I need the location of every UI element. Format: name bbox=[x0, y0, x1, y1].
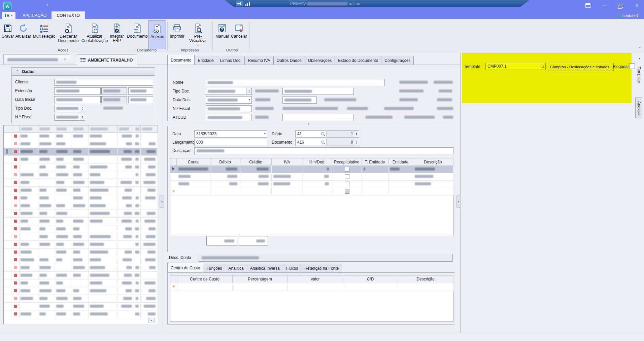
table-row[interactable] bbox=[170, 180, 453, 188]
tab-linhas-doc-[interactable]: Linhas Doc. bbox=[217, 56, 245, 65]
dropdown-caret-icon[interactable]: ⌄ bbox=[185, 43, 210, 46]
close-button[interactable]: ✕ bbox=[634, 3, 640, 8]
side-tab-anexos[interactable]: Anexos bbox=[635, 98, 642, 118]
spinner-icon[interactable]: ▲▼ bbox=[354, 139, 359, 146]
tab-fluxos[interactable]: Fluxos bbox=[283, 264, 301, 273]
collapse-arrow-icon[interactable]: ▴ bbox=[308, 122, 310, 125]
dropdown-caret-icon[interactable]: ▾ bbox=[248, 98, 250, 101]
tab-analitica[interactable]: Analitica bbox=[225, 264, 247, 273]
dados-field[interactable] bbox=[54, 87, 101, 94]
doc-header-field[interactable] bbox=[206, 79, 385, 86]
dropdown-caret-icon[interactable]: ⌄ bbox=[169, 39, 185, 42]
ribbon-button-refresh[interactable]: Atualizar bbox=[15, 20, 31, 48]
list-item[interactable] bbox=[4, 202, 157, 210]
dados-header[interactable]: ⌃ Dados bbox=[12, 68, 155, 76]
tab-resumo-iva[interactable]: Resumo IVA bbox=[245, 56, 273, 65]
doc-header-field[interactable] bbox=[206, 114, 252, 121]
dropdown-caret-icon[interactable]: ▾ bbox=[264, 132, 266, 135]
ribbon-button-update-accounting[interactable]: Atualizar Contabilização bbox=[81, 20, 108, 48]
ribbon-tab-contexto[interactable]: CONTEXTO bbox=[52, 11, 85, 19]
restore-button[interactable] bbox=[617, 3, 624, 8]
list-item[interactable] bbox=[4, 171, 157, 179]
list-item[interactable] bbox=[4, 248, 157, 256]
recapitulativo-checkbox[interactable] bbox=[345, 167, 349, 172]
recapitulativo-checkbox[interactable] bbox=[345, 174, 349, 179]
spinner-icon[interactable]: ▲▼ bbox=[80, 105, 85, 112]
data-date-input[interactable]: 31/05/2023▾ bbox=[194, 130, 267, 138]
tab-entidade[interactable]: Entidade bbox=[195, 56, 217, 65]
doc-header-field[interactable] bbox=[206, 105, 252, 112]
diario-aux-spinner[interactable]: -1▲▼ bbox=[327, 130, 359, 138]
ribbon-button-integrate-erp[interactable]: PIntegrar ERP bbox=[108, 20, 125, 48]
search-icon[interactable] bbox=[541, 65, 544, 68]
list-item[interactable] bbox=[4, 210, 157, 218]
list-item[interactable] bbox=[4, 256, 157, 264]
doc-header-field[interactable] bbox=[282, 88, 354, 95]
dados-field[interactable] bbox=[128, 96, 153, 103]
doc-header-field[interactable]: ▾ bbox=[206, 97, 252, 104]
tab-reten-o-na-fonte[interactable]: Retenção na Fonte bbox=[301, 264, 342, 273]
list-item[interactable] bbox=[4, 264, 157, 272]
dados-field[interactable] bbox=[101, 96, 127, 103]
tab-estado-do-documento[interactable]: Estado do Documento bbox=[335, 56, 381, 65]
ribbon-button-cancel[interactable]: Cancelar bbox=[230, 20, 248, 48]
diario-input[interactable]: 41 bbox=[295, 130, 326, 138]
documento-input[interactable]: 416 bbox=[295, 139, 326, 146]
list-item[interactable] bbox=[4, 148, 157, 156]
search-icon[interactable] bbox=[321, 132, 324, 135]
dados-field[interactable]: ▲▼ bbox=[54, 114, 85, 121]
ribbon-button-discard-document[interactable]: Descartar Documento bbox=[56, 20, 81, 48]
tab-observa-es[interactable]: Observações bbox=[305, 56, 335, 65]
ribbon-tab-aplicação[interactable]: APLICAÇÃO bbox=[18, 11, 52, 19]
documents-list-grid[interactable]: ▸ bbox=[3, 125, 158, 324]
ribbon-button-attachments-eye[interactable]: Anexos bbox=[148, 20, 166, 49]
ribbon-button-document-globe[interactable]: Documento bbox=[127, 20, 148, 48]
descricao-input[interactable] bbox=[194, 147, 453, 154]
tab-outros-dados[interactable]: Outros Dados bbox=[274, 56, 305, 65]
tab-ambiente-trabalho[interactable]: AMBIENTE TRABALHO bbox=[77, 54, 137, 65]
accounting-lines-grid[interactable]: ContaDébitoCréditoIVA% n/Ded.Recapitulat… bbox=[170, 158, 453, 236]
lancamento-input[interactable]: 000 bbox=[194, 139, 267, 146]
list-item[interactable] bbox=[4, 233, 157, 241]
ribbon-button-print[interactable]: Imprimir⌄ bbox=[169, 20, 185, 48]
list-item[interactable] bbox=[4, 310, 157, 318]
list-item[interactable] bbox=[4, 225, 157, 233]
template-input[interactable]: CMP007.1 bbox=[485, 63, 546, 70]
search-icon[interactable] bbox=[321, 141, 324, 144]
list-item[interactable] bbox=[4, 186, 157, 194]
side-tab-template[interactable]: Template bbox=[637, 67, 641, 83]
list-item[interactable] bbox=[4, 240, 157, 249]
panel-menu-caret-icon[interactable]: ▾ bbox=[639, 57, 640, 60]
recapitulativo-checkbox[interactable] bbox=[345, 189, 349, 194]
list-item[interactable] bbox=[4, 194, 157, 202]
spinner-icon[interactable]: ▲▼ bbox=[246, 88, 251, 94]
centro-custo-grid[interactable]: Centro de CustoPercentagemValorC/DDescri… bbox=[170, 275, 453, 322]
collapse-tab-icon[interactable]: « bbox=[64, 57, 66, 62]
table-row[interactable]: ✳ bbox=[170, 283, 453, 291]
hscroll-right-button[interactable]: ▸ bbox=[148, 318, 155, 323]
dados-field[interactable] bbox=[54, 79, 153, 86]
ribbon-button-multiselect[interactable]: Multiseleção bbox=[32, 20, 56, 48]
pin-icon[interactable] bbox=[236, 1, 243, 6]
spinner-icon[interactable]: ▲▼ bbox=[80, 114, 85, 120]
list-item[interactable] bbox=[4, 163, 157, 171]
panel-collapse-chevron-icon[interactable]: ⌃ bbox=[638, 46, 641, 50]
list-item[interactable] bbox=[4, 155, 157, 163]
list-item[interactable] bbox=[4, 132, 157, 140]
ribbon-button-manual[interactable]: ?Manual bbox=[214, 20, 230, 48]
app-menu-button[interactable]: ▾ bbox=[2, 12, 15, 19]
quick-access-caret-icon[interactable]: ▾ bbox=[46, 3, 48, 7]
dados-field[interactable]: ▲▼ bbox=[54, 105, 85, 112]
dados-field[interactable] bbox=[54, 96, 101, 103]
tab-configura-es[interactable]: Configurações bbox=[381, 56, 414, 65]
list-item[interactable] bbox=[4, 295, 157, 303]
table-row[interactable]: ✳ bbox=[170, 188, 453, 195]
table-row[interactable] bbox=[170, 165, 453, 173]
documento-aux-spinner[interactable]: 0▲▼ bbox=[327, 139, 359, 146]
list-item[interactable] bbox=[4, 140, 157, 148]
dados-field[interactable] bbox=[101, 87, 127, 94]
tab-current-document[interactable]: « bbox=[3, 54, 75, 65]
ribbon-button-preview[interactable]: Pré-Visualizar⌄ bbox=[185, 20, 210, 48]
tab-fun-es[interactable]: Funções bbox=[203, 264, 225, 273]
tab-analitica-inversa[interactable]: Analitica Inversa bbox=[247, 264, 283, 273]
